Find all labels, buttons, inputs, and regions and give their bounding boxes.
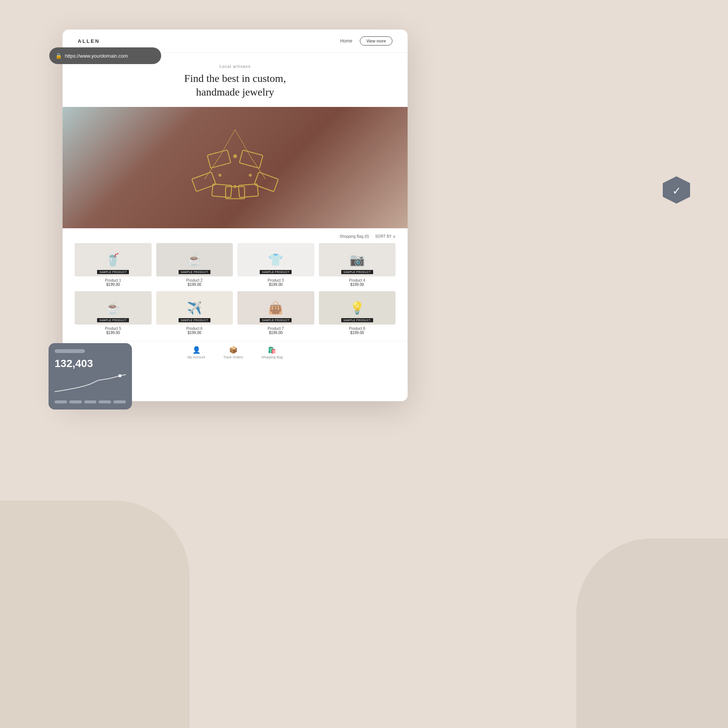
svg-rect-11: [226, 187, 245, 199]
product-price: $199.00: [75, 331, 152, 335]
product-price: $199.00: [319, 331, 396, 335]
svg-point-15: [234, 185, 237, 188]
product-icon: ☕: [105, 301, 121, 315]
view-more-button[interactable]: View more: [360, 36, 392, 46]
hero-subtitle: Local artisans: [78, 64, 392, 69]
products-grid: 🥤 SAMPLE PRODUCT Product 1 $199.00 ☕ SAM…: [75, 243, 395, 335]
products-section: Shopping Bag (0) SORT BY ∨ 🥤 SAMPLE PROD…: [63, 228, 408, 341]
svg-point-0: [118, 374, 121, 377]
product-icon: 📷: [350, 253, 365, 267]
product-image: ☕ SAMPLE PRODUCT: [75, 291, 152, 325]
product-card[interactable]: ✈️ SAMPLE PRODUCT Product 6 $199.00: [156, 291, 233, 335]
sort-label: SORT BY: [375, 234, 392, 238]
product-card[interactable]: 💡 SAMPLE PRODUCT Product 8 $199.00: [319, 291, 396, 335]
product-name: Product 3: [237, 278, 314, 282]
product-icon: 💡: [350, 301, 365, 315]
product-card[interactable]: 📷 SAMPLE PRODUCT Product 4 $199.00: [319, 243, 396, 287]
account-label: My Account: [187, 355, 205, 359]
stats-bar-5: [113, 400, 126, 403]
product-name: Product 5: [75, 326, 152, 331]
stats-bar-1: [55, 400, 67, 403]
product-image: 👜 SAMPLE PRODUCT: [237, 291, 314, 325]
svg-point-13: [218, 174, 221, 177]
security-badge: ✓: [663, 176, 690, 204]
svg-rect-6: [239, 150, 263, 168]
jewelry-svg: [182, 126, 288, 209]
address-bar[interactable]: 🔒 https://www.yourdomain.com: [49, 47, 161, 64]
svg-point-14: [249, 174, 252, 177]
sample-badge: SAMPLE PRODUCT: [179, 318, 210, 322]
product-card[interactable]: 👜 SAMPLE PRODUCT Product 7 $199.00: [237, 291, 314, 335]
track-label: Track Orders: [223, 355, 243, 359]
bag-label: Shopping Bag: [261, 355, 283, 359]
product-icon: 🥤: [105, 253, 121, 267]
product-name: Product 1: [75, 278, 152, 282]
bag-icon: 🛍️: [268, 346, 276, 354]
product-price: $199.00: [156, 282, 233, 287]
product-card[interactable]: ☕ SAMPLE PRODUCT Product 2 $199.00: [156, 243, 233, 287]
product-price: $199.00: [237, 282, 314, 287]
product-icon: ✈️: [187, 301, 202, 315]
hero-title-line1: Find the best in custom,: [184, 72, 286, 84]
svg-line-1: [220, 130, 235, 156]
product-price: $199.00: [156, 331, 233, 335]
hero-title: Find the best in custom, handmade jewelr…: [78, 72, 392, 99]
product-icon: 👜: [268, 301, 283, 315]
sample-badge: SAMPLE PRODUCT: [97, 318, 129, 322]
sort-text: SORT BY ∨: [375, 234, 395, 238]
stats-chart: [55, 373, 126, 397]
bg-shape-right: [576, 538, 728, 728]
stats-bottom-bars: [55, 400, 126, 403]
nav-links: Home View more: [340, 36, 392, 46]
product-image: ✈️ SAMPLE PRODUCT: [156, 291, 233, 325]
bottom-nav-account[interactable]: 👤 My Account: [187, 346, 205, 359]
product-price: $199.00: [75, 282, 152, 287]
site-logo: ALLEN: [78, 38, 100, 44]
stats-bar-top: [55, 349, 85, 353]
product-price: $199.00: [237, 331, 314, 335]
sample-badge: SAMPLE PRODUCT: [260, 318, 292, 322]
hero-image: [63, 107, 408, 228]
product-image: 💡 SAMPLE PRODUCT: [319, 291, 396, 325]
sample-badge: SAMPLE PRODUCT: [97, 270, 129, 274]
products-header: Shopping Bag (0) SORT BY ∨: [75, 234, 395, 238]
svg-rect-9: [212, 184, 232, 198]
lock-icon: 🔒: [55, 53, 62, 59]
product-image: 👕 SAMPLE PRODUCT: [237, 243, 314, 276]
product-image: 📷 SAMPLE PRODUCT: [319, 243, 396, 276]
svg-rect-10: [238, 184, 259, 198]
product-card[interactable]: 🥤 SAMPLE PRODUCT Product 1 $199.00: [75, 243, 152, 287]
bottom-nav-bag[interactable]: 🛍️ Shopping Bag: [261, 346, 283, 359]
bg-shape-left: [0, 500, 190, 728]
stats-bar-3: [84, 400, 97, 403]
sample-badge: SAMPLE PRODUCT: [341, 270, 373, 274]
nav-home-link[interactable]: Home: [340, 38, 352, 44]
product-image: 🥤 SAMPLE PRODUCT: [75, 243, 152, 276]
bottom-nav-track[interactable]: 📦 Track Orders: [223, 346, 243, 359]
product-name: Product 6: [156, 326, 233, 331]
sample-badge: SAMPLE PRODUCT: [260, 270, 292, 274]
sample-badge: SAMPLE PRODUCT: [179, 270, 210, 274]
stats-card: 132,403: [49, 343, 132, 410]
product-image: ☕ SAMPLE PRODUCT: [156, 243, 233, 276]
product-name: Product 2: [156, 278, 233, 282]
sample-badge: SAMPLE PRODUCT: [341, 318, 373, 322]
product-icon: 👕: [268, 253, 283, 267]
stats-bar-4: [99, 400, 111, 403]
checkmark-icon: ✓: [672, 185, 681, 197]
stats-bar-2: [69, 400, 82, 403]
account-icon: 👤: [192, 346, 201, 354]
url-text: https://www.yourdomain.com: [65, 53, 128, 59]
product-icon: ☕: [187, 253, 202, 267]
track-icon: 📦: [229, 346, 237, 354]
sort-arrow[interactable]: ∨: [393, 234, 395, 238]
bag-text: Shopping Bag (0): [340, 234, 369, 238]
stats-number: 132,403: [55, 358, 126, 370]
svg-point-12: [233, 154, 237, 158]
product-card[interactable]: 👕 SAMPLE PRODUCT Product 3 $199.00: [237, 243, 314, 287]
svg-rect-5: [207, 150, 231, 168]
hero-title-line2: handmade jewelry: [196, 86, 274, 98]
product-name: Product 7: [237, 326, 314, 331]
product-card[interactable]: ☕ SAMPLE PRODUCT Product 5 $199.00: [75, 291, 152, 335]
product-name: Product 8: [319, 326, 396, 331]
